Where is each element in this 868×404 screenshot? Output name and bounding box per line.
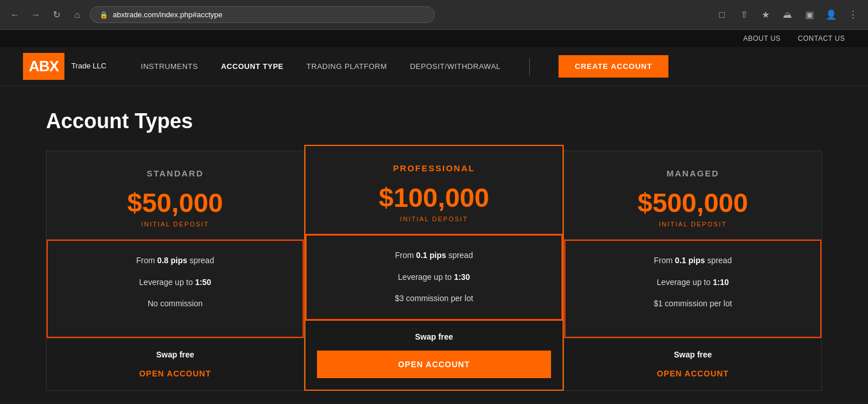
professional-card-footer: Swap free OPEN ACCOUNT (305, 320, 563, 390)
professional-card-header: PROFESSIONAL $100,000 INITIAL DEPOSIT (305, 146, 563, 234)
cards-container: STANDARD $50,000 INITIAL DEPOSIT From 0.… (46, 151, 822, 391)
about-us-link[interactable]: ABOUT US (743, 34, 781, 43)
screenshot-btn[interactable]: □ (714, 7, 730, 23)
extensions-btn[interactable]: ⛰ (779, 7, 796, 23)
managed-open-account-link[interactable]: OPEN ACCOUNT (657, 369, 729, 378)
lock-icon: 🔒 (100, 11, 108, 19)
managed-features: From 0.1 pips spread Leverage up to 1:10… (564, 240, 821, 338)
standard-deposit-label: INITIAL DEPOSIT (58, 221, 292, 228)
forward-button[interactable]: → (28, 7, 44, 23)
managed-type-label: MANAGED (576, 168, 810, 178)
standard-features: From 0.8 pips spread Leverage up to 1:50… (47, 240, 304, 338)
professional-feature-3: $3 commission per lot (318, 293, 550, 305)
browser-chrome: ← → ↻ ⌂ 🔒 abxtrade.com/index.php#acctype… (0, 0, 868, 30)
standard-amount: $50,000 (58, 190, 292, 216)
home-button[interactable]: ⌂ (69, 7, 85, 23)
professional-card: PROFESSIONAL $100,000 INITIAL DEPOSIT Fr… (304, 145, 564, 391)
professional-swap-free: Swap free (317, 332, 551, 341)
standard-card-header: STANDARD $50,000 INITIAL DEPOSIT (47, 151, 304, 240)
nav-trading-platform[interactable]: TRADING PLATFORM (307, 62, 387, 71)
nav-divider (529, 58, 530, 75)
managed-amount: $500,000 (576, 190, 810, 216)
utility-bar: ABOUT US CONTACT US (0, 30, 868, 47)
logo-trade-text: Trade LLC (71, 61, 106, 70)
professional-open-account-button[interactable]: OPEN ACCOUNT (317, 351, 551, 378)
nav-deposit-withdrawal[interactable]: DEPOSIT/WITHDRAWAL (410, 62, 501, 71)
professional-type-label: PROFESSIONAL (317, 163, 551, 173)
standard-type-label: STANDARD (58, 168, 292, 178)
managed-deposit-label: INITIAL DEPOSIT (576, 221, 810, 228)
managed-feature-3: $1 commission per lot (577, 298, 809, 310)
nav-account-type[interactable]: ACCOUNT TYPE (221, 62, 284, 71)
logo-link[interactable]: ABX Trade LLC (23, 53, 106, 80)
standard-open-account-link[interactable]: OPEN ACCOUNT (139, 369, 211, 378)
managed-swap-free: Swap free (576, 350, 810, 359)
browser-actions: □ ⇧ ★ ⛰ ▣ 👤 ⋮ (714, 7, 861, 23)
tab-btn[interactable]: ▣ (801, 7, 817, 23)
profile-btn[interactable]: 👤 (823, 7, 839, 23)
url-text: abxtrade.com/index.php#acctype (113, 10, 223, 19)
refresh-button[interactable]: ↻ (48, 7, 64, 23)
professional-feature-1: From 0.1 pips spread (318, 250, 550, 261)
page-title: Account Types (46, 109, 822, 133)
standard-feature-1: From 0.8 pips spread (59, 255, 291, 267)
logo-subtitle: Trade LLC (68, 61, 106, 71)
standard-card: STANDARD $50,000 INITIAL DEPOSIT From 0.… (46, 151, 304, 391)
managed-feature-2: Leverage up to 1:10 (577, 277, 809, 288)
professional-features: From 0.1 pips spread Leverage up to 1:30… (305, 234, 563, 320)
managed-feature-1: From 0.1 pips spread (577, 255, 809, 267)
logo-subtitle-container: Trade LLC (64, 61, 106, 71)
professional-deposit-label: INITIAL DEPOSIT (317, 216, 551, 222)
logo-box: ABX (23, 53, 64, 80)
managed-card-footer: Swap free OPEN ACCOUNT (564, 338, 821, 390)
standard-feature-2: Leverage up to 1:50 (59, 277, 291, 288)
managed-card-header: MANAGED $500,000 INITIAL DEPOSIT (564, 151, 821, 240)
bookmark-btn[interactable]: ★ (758, 7, 774, 23)
standard-card-footer: Swap free OPEN ACCOUNT (47, 338, 304, 390)
share-btn[interactable]: ⇧ (736, 7, 752, 23)
standard-feature-3: No commission (59, 298, 291, 310)
main-nav: INSTRUMENTS ACCOUNT TYPE TRADING PLATFOR… (141, 55, 845, 78)
header: ABX Trade LLC INSTRUMENTS ACCOUNT TYPE T… (0, 47, 868, 86)
nav-instruments[interactable]: INSTRUMENTS (141, 62, 198, 71)
back-button[interactable]: ← (7, 7, 23, 23)
main-content: Account Types STANDARD $50,000 INITIAL D… (0, 86, 868, 404)
professional-feature-2: Leverage up to 1:30 (318, 272, 550, 283)
create-account-button[interactable]: CREATE ACCOUNT (559, 55, 668, 78)
standard-swap-free: Swap free (58, 350, 292, 359)
menu-btn[interactable]: ⋮ (845, 7, 861, 23)
logo-abx-text: ABX (29, 57, 59, 75)
contact-us-link[interactable]: CONTACT US (798, 34, 845, 43)
managed-card: MANAGED $500,000 INITIAL DEPOSIT From 0.… (564, 151, 822, 391)
professional-amount: $100,000 (317, 184, 551, 211)
address-bar[interactable]: 🔒 abxtrade.com/index.php#acctype (90, 6, 435, 23)
